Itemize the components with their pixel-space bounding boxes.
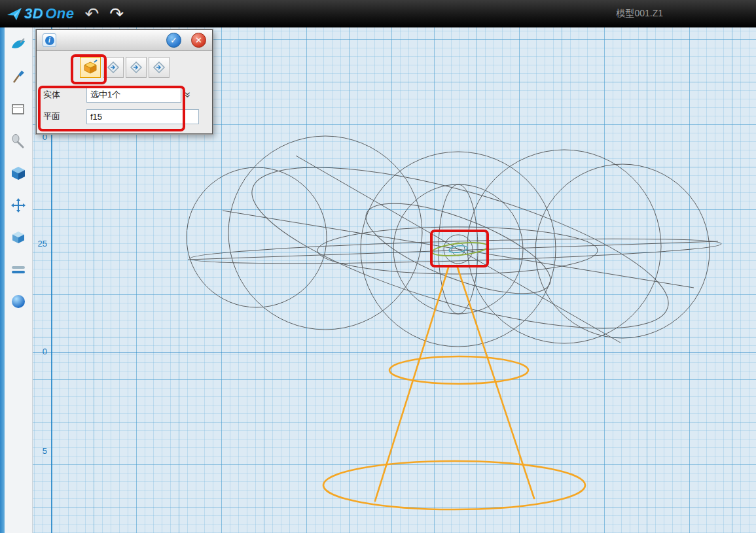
sidebar-tool-brush[interactable]: [7, 66, 29, 88]
sidebar-tool-combine[interactable]: [7, 226, 29, 249]
plane-input[interactable]: [86, 109, 199, 124]
ruler-label: 5: [34, 446, 47, 456]
sidebar-tool-measure[interactable]: [7, 258, 29, 281]
chevron-down-icon[interactable]: »: [183, 92, 193, 98]
option-diamond-icon: [152, 60, 166, 75]
option-diamond-icon: [129, 60, 143, 75]
cancel-button[interactable]: ✕: [191, 33, 206, 48]
option-diamond-icon: [106, 60, 120, 75]
ruler-label: 25: [34, 239, 47, 249]
entity-field-row: 实体 »: [43, 86, 212, 103]
mode-extrude-button[interactable]: [80, 57, 101, 78]
sidebar-tool-deform[interactable]: [7, 130, 29, 152]
sidebar-accent-strip: [0, 27, 5, 533]
sphere-render-icon: [10, 293, 27, 310]
undo-button[interactable]: ↶: [84, 5, 99, 22]
logo-text-3d: 3D: [24, 5, 43, 22]
plane-field-row: 平面: [43, 108, 212, 125]
ruler-label: 0: [34, 347, 47, 356]
sidebar-tool-render[interactable]: [7, 290, 29, 313]
sidebar-tool-move[interactable]: [7, 194, 29, 216]
plane-field-label: 平面: [43, 111, 86, 122]
combine-cube-icon: [10, 229, 27, 246]
command-dialog: i ✓ ✕: [36, 29, 213, 134]
toolbar-sidebar: [0, 27, 33, 533]
cube-primitive-icon: [10, 165, 27, 182]
mode-option-4-button[interactable]: [149, 57, 170, 78]
info-icon: i: [45, 36, 54, 45]
mode-option-2-button[interactable]: [103, 57, 124, 78]
sidebar-tool-surface[interactable]: [7, 34, 29, 56]
axis-line-horizontal: [33, 352, 756, 353]
entity-input[interactable]: [86, 88, 181, 103]
logo-text-one: One: [45, 5, 74, 22]
brush-icon: [10, 69, 27, 86]
document-title: 模型001.Z1: [616, 8, 663, 20]
surface-shape-icon: [10, 37, 27, 54]
sketch-plane-icon: [10, 101, 27, 118]
move-icon: [10, 197, 27, 214]
redo-button[interactable]: ↷: [109, 5, 124, 22]
dialog-titlebar: i ✓ ✕: [37, 30, 212, 51]
mode-option-3-button[interactable]: [126, 57, 147, 78]
paper-plane-icon: [7, 7, 22, 21]
info-button[interactable]: i: [43, 33, 56, 47]
app-logo: 3D One: [7, 5, 74, 22]
extrude-feature-icon: [82, 60, 98, 75]
dialog-mode-toolbar: [37, 51, 212, 82]
entity-field-label: 实体: [43, 89, 86, 101]
topbar: 3D One ↶ ↷ 模型001.Z1: [0, 0, 756, 27]
sidebar-tool-primitive[interactable]: [7, 162, 29, 184]
measure-icon: [10, 261, 27, 278]
confirm-button[interactable]: ✓: [166, 33, 181, 48]
sidebar-tool-sketch[interactable]: [7, 98, 29, 120]
spoon-deform-icon: [10, 133, 27, 150]
